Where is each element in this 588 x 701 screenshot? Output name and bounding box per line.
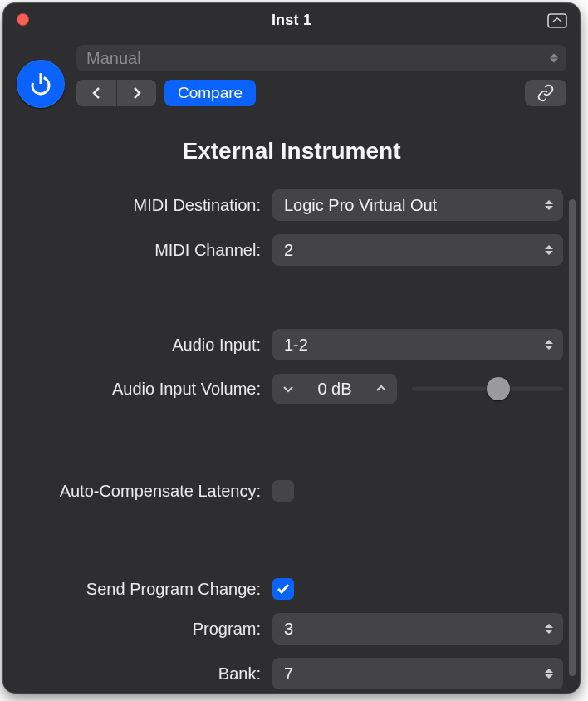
program-select[interactable]: 3 [272, 613, 563, 645]
send-program-change-checkbox[interactable] [272, 578, 294, 600]
title-bar: Inst 1 [3, 3, 580, 37]
bank-select[interactable]: 7 [272, 658, 563, 689]
chevron-updown-icon [545, 200, 553, 210]
view-mode-icon[interactable] [546, 11, 568, 29]
preset-label: Manual [86, 49, 141, 68]
scrollbar[interactable] [569, 199, 576, 676]
preset-nav [76, 80, 156, 106]
header: Manual Compare [3, 37, 580, 115]
bank-value: 7 [284, 664, 293, 684]
midi-destination-value: Logic Pro Virtual Out [284, 196, 437, 215]
chevron-updown-icon [550, 54, 558, 63]
svg-rect-0 [548, 14, 566, 27]
program-label: Program: [15, 620, 272, 639]
midi-channel-select[interactable]: 2 [272, 234, 563, 266]
program-value: 3 [284, 620, 293, 639]
link-button[interactable] [525, 80, 566, 106]
prev-preset-button[interactable] [76, 80, 116, 106]
stepper-down-button[interactable] [281, 381, 296, 396]
slider-thumb[interactable] [487, 377, 510, 400]
next-preset-button[interactable] [116, 80, 156, 106]
audio-input-select[interactable]: 1-2 [272, 329, 563, 360]
midi-destination-select[interactable]: Logic Pro Virtual Out [272, 189, 563, 221]
audio-input-value: 1-2 [284, 336, 308, 355]
audio-input-volume-label: Audio Input Volume: [15, 380, 272, 399]
close-button[interactable] [17, 13, 29, 26]
chevron-updown-icon [545, 624, 553, 634]
bank-label: Bank: [15, 664, 272, 684]
chevron-updown-icon [545, 669, 553, 679]
midi-channel-label: MIDI Channel: [15, 241, 272, 260]
audio-input-label: Audio Input: [15, 336, 272, 355]
chevron-updown-icon [545, 245, 553, 255]
preset-select[interactable]: Manual [76, 45, 566, 71]
send-program-change-label: Send Program Change: [15, 580, 272, 599]
auto-compensate-checkbox[interactable] [272, 480, 294, 502]
auto-compensate-label: Auto-Compensate Latency: [15, 482, 272, 501]
audio-input-volume-stepper[interactable]: 0 dB [272, 374, 397, 404]
stepper-up-button[interactable] [374, 381, 389, 396]
audio-input-volume-value: 0 dB [317, 380, 351, 399]
midi-destination-label: MIDI Destination: [15, 196, 272, 215]
plugin-content: External Instrument MIDI Destination: Lo… [3, 115, 580, 689]
plugin-title: External Instrument [15, 138, 568, 164]
midi-channel-value: 2 [284, 241, 293, 260]
compare-button[interactable]: Compare [164, 80, 256, 106]
window-title: Inst 1 [3, 12, 580, 29]
chevron-updown-icon [545, 340, 553, 350]
power-button[interactable] [17, 60, 65, 108]
audio-input-volume-slider[interactable] [412, 376, 563, 401]
plugin-window: Inst 1 Manual [3, 3, 580, 693]
